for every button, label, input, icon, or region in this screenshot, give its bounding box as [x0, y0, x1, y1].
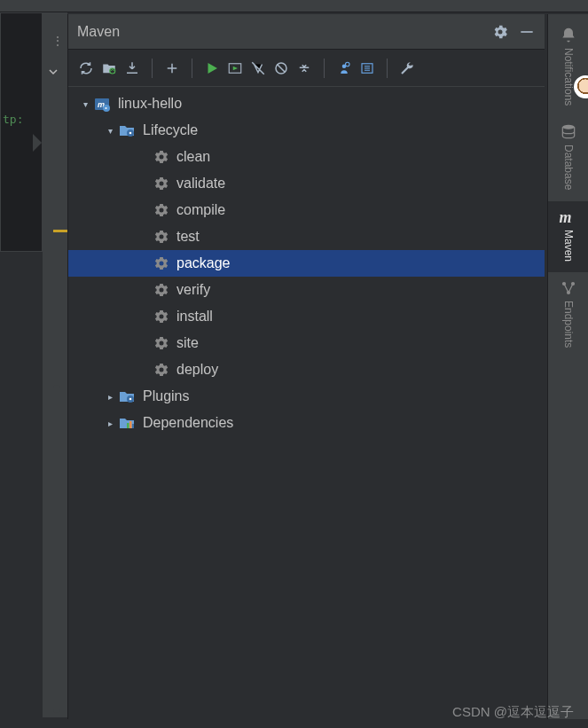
gear-icon[interactable]	[491, 23, 509, 41]
node-label: install	[176, 309, 213, 325]
download-icon[interactable]	[123, 59, 141, 77]
gear-icon	[152, 308, 169, 325]
separator	[152, 59, 153, 78]
rightbar-notifications[interactable]: Notifications	[548, 20, 588, 116]
svg-rect-16	[132, 424, 134, 428]
chevron-right-icon[interactable]: ▸	[104, 392, 116, 402]
node-label: compile	[176, 202, 225, 218]
rightbar-label: Endpoints	[562, 301, 575, 348]
wrench-icon[interactable]	[398, 59, 416, 77]
svg-rect-14	[127, 423, 129, 428]
svg-rect-15	[129, 421, 132, 428]
tree-goal-deploy[interactable]: deploy	[68, 356, 545, 383]
scrollbar[interactable]	[53, 385, 60, 713]
node-label: validate	[176, 176, 225, 192]
svg-rect-0	[521, 31, 532, 33]
maven-icon: m	[560, 208, 577, 226]
node-label: Lifecycle	[143, 122, 198, 138]
maven-tool-window: Maven ▾ m linux-hello	[67, 14, 545, 719]
node-label: package	[176, 255, 231, 271]
folder-gear-icon	[118, 387, 136, 405]
svg-point-13	[129, 398, 132, 401]
chevron-down-icon[interactable]	[48, 66, 59, 80]
tree-goal-verify[interactable]: verify	[68, 277, 545, 303]
endpoints-icon	[560, 279, 577, 297]
rightbar-maven[interactable]: m Maven	[548, 201, 588, 272]
maven-tree: ▾ m linux-hello ▾ Lifecycle clean valida…	[68, 87, 545, 719]
more-icon[interactable]: ⋮	[51, 34, 63, 48]
offline-icon[interactable]	[272, 59, 290, 77]
skip-tests-icon[interactable]	[249, 59, 267, 77]
gear-icon	[152, 175, 169, 192]
run-icon[interactable]	[203, 59, 221, 77]
tree-root-node[interactable]: ▾ m linux-hello	[68, 90, 545, 117]
refresh-icon[interactable]	[77, 59, 95, 77]
tree-goal-validate[interactable]: validate	[68, 170, 545, 197]
tree-goal-package[interactable]: package	[68, 250, 545, 277]
gear-icon	[152, 148, 169, 166]
maven-module-icon: m	[93, 95, 111, 113]
gear-icon	[152, 254, 169, 272]
node-label: Plugins	[143, 388, 189, 404]
rightbar-label: Maven	[562, 230, 575, 262]
rightbar-endpoints[interactable]: Endpoints	[548, 272, 588, 358]
svg-point-5	[346, 62, 350, 67]
top-toolbar	[0, 0, 588, 12]
bell-icon	[560, 27, 577, 44]
gear-icon	[152, 201, 169, 219]
watermark: CSDN @逗本逗逗子	[452, 704, 574, 721]
gear-icon	[152, 228, 169, 246]
tree-goal-install[interactable]: install	[68, 303, 545, 330]
node-label: linux-hello	[118, 96, 182, 112]
svg-point-11	[129, 132, 132, 135]
rightbar-database[interactable]: Database	[548, 116, 588, 200]
separator	[324, 59, 325, 78]
node-label: deploy	[176, 362, 218, 378]
separator	[192, 59, 192, 78]
svg-point-1	[110, 68, 115, 74]
folder-refresh-icon[interactable]	[100, 59, 118, 77]
panel-header: Maven	[68, 14, 545, 50]
tree-lifecycle-node[interactable]: ▾ Lifecycle	[68, 117, 545, 144]
editor-text: tp:	[3, 113, 23, 126]
chevron-down-icon[interactable]: ▾	[104, 126, 116, 136]
add-icon[interactable]	[163, 59, 181, 77]
chevron-right-icon[interactable]: ▸	[104, 419, 116, 428]
minimize-icon[interactable]	[518, 23, 536, 41]
tree-plugins-node[interactable]: ▸ Plugins	[68, 383, 545, 410]
folder-deps-icon	[118, 414, 136, 432]
right-toolbar: Notifications Database m Maven Endpoints	[547, 14, 588, 719]
editor-fragment: tp:	[0, 12, 43, 252]
gear-icon	[152, 281, 169, 299]
panel-title: Maven	[77, 24, 482, 40]
collapse-icon[interactable]	[295, 59, 313, 77]
dependencies-icon[interactable]	[358, 59, 376, 77]
modified-marker	[53, 230, 67, 232]
maven-toolbar	[68, 50, 545, 87]
gear-icon	[152, 361, 169, 379]
node-label: site	[176, 335, 199, 351]
tree-dependencies-node[interactable]: ▸ Dependencies	[68, 410, 545, 436]
node-label: test	[176, 229, 200, 245]
separator	[387, 59, 388, 78]
node-label: Dependencies	[143, 415, 233, 431]
database-icon	[560, 123, 577, 141]
rightbar-label: Notifications	[562, 48, 575, 106]
svg-point-17	[562, 125, 574, 129]
rightbar-label: Database	[562, 145, 575, 190]
execute-icon[interactable]	[226, 59, 244, 77]
folder-gear-icon	[118, 121, 136, 139]
tree-goal-clean[interactable]: clean	[68, 144, 545, 170]
node-label: verify	[176, 282, 210, 298]
chevron-down-icon[interactable]: ▾	[79, 99, 91, 109]
gear-icon	[152, 334, 169, 352]
profiles-icon[interactable]	[335, 59, 353, 77]
tree-goal-compile[interactable]: compile	[68, 197, 545, 223]
tree-goal-test[interactable]: test	[68, 223, 545, 250]
node-label: clean	[176, 149, 210, 165]
tree-goal-site[interactable]: site	[68, 330, 545, 356]
